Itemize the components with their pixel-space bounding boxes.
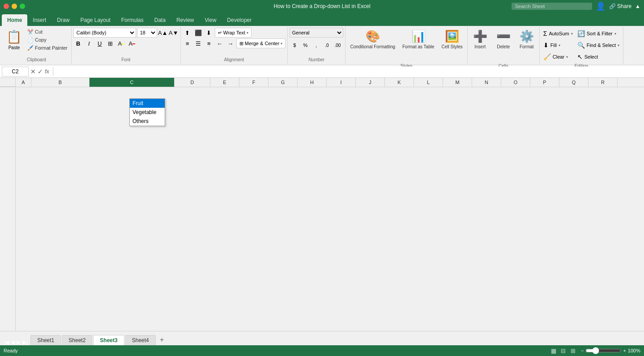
number-format-select[interactable]: General	[290, 28, 343, 38]
minimize-button[interactable]	[12, 4, 17, 9]
col-header-l[interactable]: L	[414, 78, 443, 87]
share-button[interactable]: 🔗 Share	[609, 3, 631, 9]
dropdown-item-fruit[interactable]: Fruit	[130, 99, 165, 108]
profile-icon[interactable]: 👤	[596, 1, 606, 11]
maximize-button[interactable]	[20, 4, 25, 9]
insert-button[interactable]: ➕ Insert	[469, 28, 491, 63]
align-left-button[interactable]: ≡	[183, 38, 192, 48]
zoom-out-button[interactable]: −	[581, 348, 584, 353]
zoom-slider[interactable]	[585, 347, 621, 354]
col-header-k[interactable]: K	[385, 78, 414, 87]
collapse-ribbon-button[interactable]: ▲	[635, 3, 640, 9]
decrease-font-size-button[interactable]: A▼	[169, 28, 179, 38]
comma-style-button[interactable]: ,	[311, 40, 321, 50]
align-middle-button[interactable]: ⬛	[193, 28, 203, 38]
wrap-text-button[interactable]: ↵ Wrap Text ▾	[215, 28, 252, 38]
close-button[interactable]	[4, 4, 9, 9]
align-bottom-button[interactable]: ⬇	[204, 28, 214, 38]
sort-filter-button[interactable]: 🔃 Sort & Filter ▾	[576, 29, 621, 38]
col-header-g[interactable]: G	[269, 78, 298, 87]
tab-draw[interactable]: Draw	[51, 14, 75, 26]
merge-center-button[interactable]: ⊞ Merge & Center ▾	[236, 38, 286, 48]
format-button[interactable]: ⚙️ Format	[516, 28, 537, 63]
col-header-r[interactable]: R	[589, 78, 618, 87]
page-layout-view-button[interactable]: ⊟	[559, 347, 567, 355]
cell-reference-box[interactable]: C2	[2, 67, 29, 76]
copy-button[interactable]: 📄 Copy	[26, 36, 69, 44]
italic-button[interactable]: I	[84, 38, 94, 48]
col-header-m[interactable]: M	[443, 78, 472, 87]
col-header-j[interactable]: J	[356, 78, 385, 87]
sheet-nav-last[interactable]: ▶|	[22, 339, 28, 345]
cancel-formula-icon[interactable]: ✕	[30, 68, 36, 75]
fill-button[interactable]: ⬇ Fill ▾	[542, 41, 575, 50]
sheet-tab-2[interactable]: Sheet2	[62, 335, 92, 345]
cell-styles-button[interactable]: 🖼️ Cell Styles	[439, 28, 465, 63]
tab-review[interactable]: Review	[171, 14, 199, 26]
autosum-button[interactable]: Σ AutoSum ▾	[542, 29, 575, 38]
col-header-n[interactable]: N	[472, 78, 501, 87]
insert-label: Insert	[474, 44, 486, 49]
normal-view-button[interactable]: ▦	[550, 347, 558, 355]
borders-button[interactable]: ⊞	[106, 38, 115, 48]
sheet-nav-prev[interactable]: ◀	[11, 339, 15, 345]
format-as-table-button[interactable]: 📊 Format as Table	[400, 28, 437, 63]
underline-button[interactable]: U	[95, 38, 105, 48]
paste-button[interactable]: 📋 Paste	[4, 28, 25, 52]
select-button[interactable]: ↖ Select	[576, 52, 621, 61]
decrease-indent-button[interactable]: ←	[215, 38, 225, 48]
dropdown-item-others[interactable]: Others	[130, 117, 165, 126]
increase-indent-button[interactable]: →	[226, 38, 235, 48]
align-right-button[interactable]: ≡	[204, 38, 214, 48]
col-header-c[interactable]: C	[90, 78, 175, 87]
accounting-format-button[interactable]: $	[290, 40, 299, 50]
tab-home[interactable]: Home	[2, 14, 27, 26]
find-select-button[interactable]: 🔍 Find & Select ▾	[576, 41, 621, 50]
tab-page-layout[interactable]: Page Layout	[75, 14, 115, 26]
col-header-e[interactable]: E	[210, 78, 239, 87]
col-header-b[interactable]: B	[31, 78, 90, 87]
sheet-tab-3[interactable]: Sheet3	[93, 335, 124, 345]
font-color-button[interactable]: A▬	[127, 38, 137, 48]
confirm-formula-icon[interactable]: ✓	[38, 68, 43, 75]
font-size-select[interactable]: 18	[137, 28, 157, 38]
bold-button[interactable]: B	[73, 38, 83, 48]
sheet-nav-next[interactable]: ▶	[17, 339, 21, 345]
align-center-button[interactable]: ☰	[193, 38, 203, 48]
col-header-a[interactable]: A	[16, 78, 31, 87]
increase-font-size-button[interactable]: A▲	[158, 28, 168, 38]
cut-button[interactable]: ✂️ Cut	[26, 28, 69, 36]
percent-style-button[interactable]: %	[300, 40, 310, 50]
format-painter-button[interactable]: 🖌️ Format Painter	[26, 44, 69, 52]
tab-data[interactable]: Data	[149, 14, 171, 26]
sheet-tab-1[interactable]: Sheet1	[30, 335, 61, 345]
tab-view[interactable]: View	[200, 14, 222, 26]
tab-developer[interactable]: Developer	[222, 14, 257, 26]
zoom-in-button[interactable]: +	[623, 348, 626, 353]
sheet-nav-first[interactable]: |◀	[4, 339, 9, 345]
sheet-tab-4[interactable]: Sheet4	[125, 335, 156, 345]
font-family-select[interactable]: Calibri (Body)	[73, 28, 136, 38]
col-header-o[interactable]: O	[501, 78, 530, 87]
decrease-decimal-button[interactable]: .0	[322, 40, 332, 50]
page-break-view-button[interactable]: ⊞	[569, 347, 577, 355]
col-header-i[interactable]: I	[327, 78, 356, 87]
fill-color-button[interactable]: A▬	[116, 38, 126, 48]
tab-insert[interactable]: Insert	[27, 14, 51, 26]
align-top-button[interactable]: ⬆	[183, 28, 192, 38]
col-header-q[interactable]: Q	[559, 78, 589, 87]
clear-button[interactable]: 🧹 Clear ▾	[542, 52, 575, 61]
col-header-d[interactable]: D	[175, 78, 210, 87]
col-header-h[interactable]: H	[298, 78, 327, 87]
col-header-p[interactable]: P	[530, 78, 559, 87]
dropdown-item-vegetable[interactable]: Vegetable	[130, 108, 165, 117]
insert-function-icon[interactable]: fx	[45, 68, 49, 75]
increase-decimal-button[interactable]: .00	[333, 40, 342, 50]
formula-input[interactable]	[57, 67, 642, 76]
add-sheet-button[interactable]: +	[157, 335, 167, 345]
tab-formulas[interactable]: Formulas	[116, 14, 149, 26]
col-header-f[interactable]: F	[239, 78, 269, 87]
delete-button[interactable]: ➖ Delete	[493, 28, 514, 63]
search-sheet-input[interactable]	[512, 3, 592, 10]
conditional-formatting-button[interactable]: 🎨 Conditional Formatting	[347, 28, 398, 63]
